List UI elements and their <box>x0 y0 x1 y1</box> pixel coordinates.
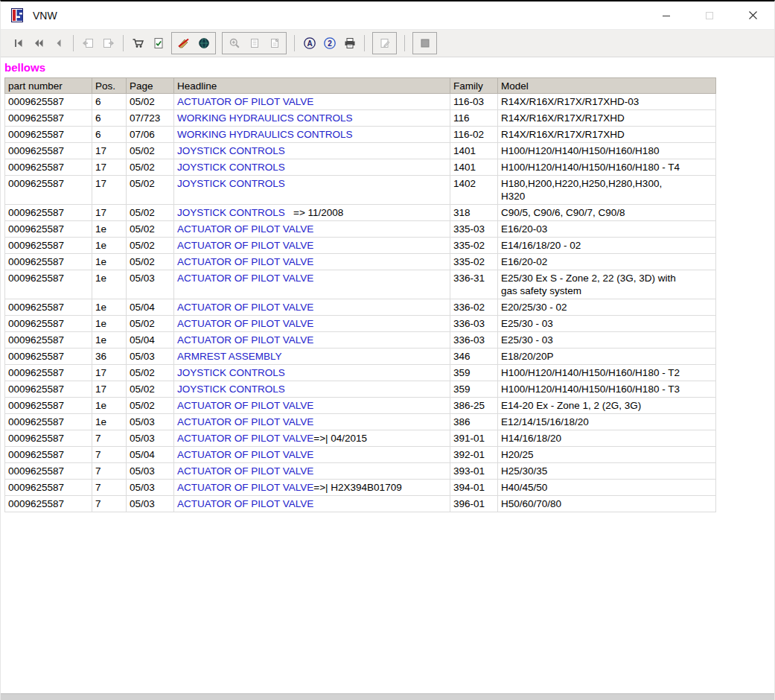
headline-link[interactable]: ACTUATOR OF PILOT VALVE <box>177 96 313 107</box>
headline-link[interactable]: ACTUATOR OF PILOT VALVE <box>177 302 313 313</box>
parts-basket-button[interactable] <box>128 34 148 53</box>
page-view-button[interactable] <box>244 34 264 53</box>
table-row[interactable]: 0009625587607/723WORKING HYDRAULICS CONT… <box>5 110 716 127</box>
print-button[interactable] <box>339 34 360 53</box>
cell-page: 05/02 <box>127 365 174 381</box>
cell-page: 05/03 <box>127 480 174 496</box>
table-row[interactable]: 0009625587705/03ACTUATOR OF PILOT VALVE3… <box>5 496 716 512</box>
headline-link[interactable]: ACTUATOR OF PILOT VALVE <box>177 416 313 427</box>
headline-link[interactable]: JOYSTICK CONTROLS <box>177 367 285 378</box>
table-row[interactable]: 00096255871e05/03ACTUATOR OF PILOT VALVE… <box>5 414 716 430</box>
table-row[interactable]: 0009625587705/03ACTUATOR OF PILOT VALVE=… <box>5 480 716 496</box>
nav-prev-icon <box>53 37 65 49</box>
headline-link[interactable]: ARMREST ASSEMBLY <box>177 351 282 362</box>
cell-part-number: 0009625587 <box>5 143 92 159</box>
column-header-pos[interactable]: Pos. <box>92 78 127 94</box>
toolbar-separator <box>73 35 74 51</box>
table-row[interactable]: 0009625587705/03ACTUATOR OF PILOT VALVE=… <box>5 430 716 447</box>
column-header-family[interactable]: Family <box>450 78 498 94</box>
headline-link[interactable]: ACTUATOR OF PILOT VALVE <box>177 498 313 509</box>
title-bar: VNW <box>1 1 774 30</box>
headline-link[interactable]: JOYSTICK CONTROLS <box>177 162 285 173</box>
cell-family: 396-01 <box>450 496 498 512</box>
cell-pos: 1e <box>92 316 127 332</box>
headline-link[interactable]: ACTUATOR OF PILOT VALVE <box>177 449 313 460</box>
headline-link[interactable]: ACTUATOR OF PILOT VALVE <box>177 334 313 346</box>
table-row[interactable]: 00096255871e05/04ACTUATOR OF PILOT VALVE… <box>5 332 716 349</box>
page-view-2-button[interactable] <box>264 34 284 53</box>
table-row[interactable]: 00096255871e05/04ACTUATOR OF PILOT VALVE… <box>5 299 716 316</box>
table-row[interactable]: 00096255871705/02JOYSTICK CONTROLS359H10… <box>5 381 716 398</box>
headline-link[interactable]: ACTUATOR OF PILOT VALVE <box>177 273 313 284</box>
headline-link[interactable]: WORKING HYDRAULICS CONTROLS <box>177 112 353 124</box>
nav-first-button[interactable] <box>8 34 28 53</box>
maximize-button[interactable] <box>688 1 731 29</box>
document-check-button[interactable] <box>148 34 168 53</box>
cell-headline: ACTUATOR OF PILOT VALVE <box>174 270 450 299</box>
table-row[interactable]: 0009625587705/03ACTUATOR OF PILOT VALVE3… <box>5 463 716 480</box>
cell-model: E16/20-02 <box>498 254 716 270</box>
nav-first-icon <box>13 37 25 49</box>
headline-link[interactable]: ACTUATOR OF PILOT VALVE <box>177 223 313 235</box>
close-button[interactable] <box>731 1 774 29</box>
column-header-part-number[interactable]: part number <box>5 78 92 94</box>
table-row[interactable]: 00096255871705/02JOYSTICK CONTROLS => 11… <box>5 205 716 221</box>
table-row[interactable]: 0009625587605/02ACTUATOR OF PILOT VALVE1… <box>5 94 716 110</box>
table-row[interactable]: 00096255871e05/02ACTUATOR OF PILOT VALVE… <box>5 238 716 254</box>
table-row[interactable]: 00096255871705/02JOYSTICK CONTROLS1402H1… <box>5 176 716 205</box>
column-header-model[interactable]: Model <box>498 78 716 94</box>
headline-link[interactable]: ACTUATOR OF PILOT VALVE <box>177 400 313 411</box>
close-icon <box>748 10 758 20</box>
circled-2-button[interactable]: 2 <box>319 34 339 53</box>
table-row[interactable]: 00096255873605/03ARMREST ASSEMBLY346E18/… <box>5 349 716 365</box>
table-row[interactable]: 00096255871705/02JOYSTICK CONTROLS359H10… <box>5 365 716 381</box>
table-row[interactable]: 00096255871705/02JOYSTICK CONTROLS1401H1… <box>5 143 716 159</box>
table-row[interactable]: 00096255871e05/02ACTUATOR OF PILOT VALVE… <box>5 398 716 414</box>
prev-document-button[interactable] <box>78 34 98 53</box>
table-row[interactable]: 0009625587607/06WORKING HYDRAULICS CONTR… <box>5 127 716 143</box>
headline-link[interactable]: ACTUATOR OF PILOT VALVE <box>177 482 313 493</box>
cell-pos: 1e <box>92 414 127 430</box>
minimize-button[interactable] <box>645 1 688 29</box>
nav-prev-button[interactable] <box>48 34 68 53</box>
stop-button[interactable] <box>415 34 435 53</box>
table-row[interactable]: 00096255871e05/02ACTUATOR OF PILOT VALVE… <box>5 221 716 238</box>
status-bar <box>1 693 774 700</box>
cell-pos: 1e <box>92 332 127 349</box>
headline-link[interactable]: ACTUATOR OF PILOT VALVE <box>177 240 313 251</box>
globe-button[interactable] <box>194 34 214 53</box>
cell-model: H180,H200,H220,H250,H280,H300, H320 <box>498 176 716 205</box>
document-edit-button[interactable] <box>374 34 395 53</box>
cell-headline: ACTUATOR OF PILOT VALVE <box>174 496 450 512</box>
cell-family: 359 <box>450 365 498 381</box>
table-row[interactable]: 00096255871705/02JOYSTICK CONTROLS1401H1… <box>5 159 716 176</box>
mark-pen-off-button[interactable] <box>173 34 194 53</box>
table-row[interactable]: 00096255871e05/02ACTUATOR OF PILOT VALVE… <box>5 316 716 332</box>
next-document-button[interactable] <box>98 34 118 53</box>
headline-link[interactable]: WORKING HYDRAULICS CONTROLS <box>177 129 353 140</box>
column-header-headline[interactable]: Headline <box>174 78 450 94</box>
nav-prev-fast-button[interactable] <box>28 34 48 53</box>
headline-link[interactable]: ACTUATOR OF PILOT VALVE <box>177 256 313 267</box>
headline-link[interactable]: ACTUATOR OF PILOT VALVE <box>177 465 313 477</box>
table-row[interactable]: 0009625587705/04ACTUATOR OF PILOT VALVE3… <box>5 447 716 463</box>
headline-link[interactable]: ACTUATOR OF PILOT VALVE <box>177 318 313 329</box>
cell-page: 07/723 <box>127 110 174 127</box>
zoom-in-button[interactable] <box>224 34 244 53</box>
headline-suffix: => 11/2008 <box>285 207 344 218</box>
cell-family: 1401 <box>450 143 498 159</box>
circled-a-button[interactable]: A <box>299 34 319 53</box>
cell-part-number: 0009625587 <box>5 299 92 316</box>
cell-part-number: 0009625587 <box>5 414 92 430</box>
column-header-page[interactable]: Page <box>127 78 174 94</box>
headline-link[interactable]: ACTUATOR OF PILOT VALVE <box>177 433 313 444</box>
cell-headline: ACTUATOR OF PILOT VALVE <box>174 316 450 332</box>
headline-link[interactable]: JOYSTICK CONTROLS <box>177 178 285 189</box>
table-row[interactable]: 00096255871e05/02ACTUATOR OF PILOT VALVE… <box>5 254 716 270</box>
cell-family: 335-02 <box>450 254 498 270</box>
table-row[interactable]: 00096255871e05/03ACTUATOR OF PILOT VALVE… <box>5 270 716 299</box>
headline-link[interactable]: JOYSTICK CONTROLS <box>177 207 285 218</box>
results-table: part number Pos. Page Headline Family Mo… <box>4 77 716 512</box>
headline-link[interactable]: JOYSTICK CONTROLS <box>177 384 285 395</box>
headline-link[interactable]: JOYSTICK CONTROLS <box>177 145 285 156</box>
